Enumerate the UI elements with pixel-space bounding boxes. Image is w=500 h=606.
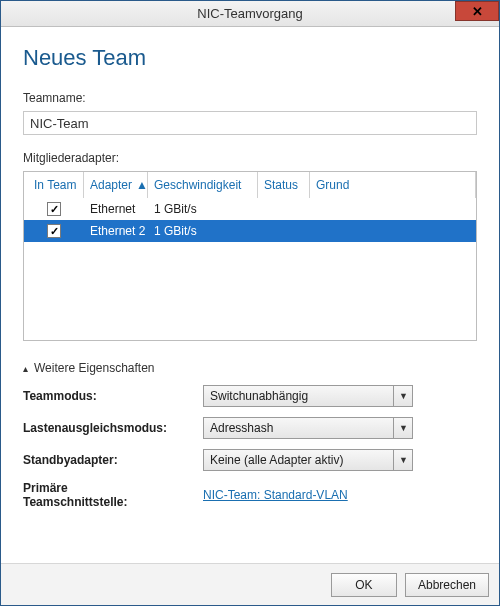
chevron-up-icon: ▴ xyxy=(23,363,28,374)
adapter-name: Ethernet 2 xyxy=(84,224,148,238)
col-adapter[interactable]: Adapter ▲ xyxy=(84,172,148,198)
col-grund[interactable]: Grund xyxy=(310,172,476,198)
primary-interface-label: Primäre Teamschnittstelle: xyxy=(23,481,203,510)
dialog-footer: OK Abbrechen xyxy=(1,563,499,605)
cancel-button[interactable]: Abbrechen xyxy=(405,573,489,597)
memberadapter-label: Mitgliederadapter: xyxy=(23,151,477,165)
col-status[interactable]: Status xyxy=(258,172,310,198)
standby-label: Standbyadapter: xyxy=(23,453,203,467)
adapter-table: In Team Adapter ▲ Geschwindigkeit Status… xyxy=(23,171,477,341)
close-icon: ✕ xyxy=(472,4,483,19)
teammode-select[interactable]: Switchunabhängig ▼ xyxy=(203,385,413,407)
table-row[interactable]: Ethernet 2 1 GBit/s xyxy=(24,220,476,242)
table-row[interactable]: Ethernet 1 GBit/s xyxy=(24,198,476,220)
teamname-label: Teamname: xyxy=(23,91,477,105)
inteam-checkbox[interactable] xyxy=(47,202,61,216)
adapter-table-body: Ethernet 1 GBit/s Ethernet 2 1 GBit/s xyxy=(24,198,476,340)
standby-select[interactable]: Keine (alle Adapter aktiv) ▼ xyxy=(203,449,413,471)
properties-expander-label: Weitere Eigenschaften xyxy=(34,361,155,375)
teammode-label: Teammodus: xyxy=(23,389,203,403)
window-title: NIC-Teamvorgang xyxy=(197,6,303,21)
properties-grid: Teammodus: Switchunabhängig ▼ Lastenausg… xyxy=(23,385,477,510)
loadbalance-select[interactable]: Adresshash ▼ xyxy=(203,417,413,439)
adapter-speed: 1 GBit/s xyxy=(148,224,258,238)
close-button[interactable]: ✕ xyxy=(455,1,499,21)
adapter-table-header: In Team Adapter ▲ Geschwindigkeit Status… xyxy=(24,172,476,198)
adapter-name: Ethernet xyxy=(84,202,148,216)
col-speed[interactable]: Geschwindigkeit xyxy=(148,172,258,198)
inteam-checkbox[interactable] xyxy=(47,224,61,238)
titlebar: NIC-Teamvorgang ✕ xyxy=(1,1,499,27)
adapter-speed: 1 GBit/s xyxy=(148,202,258,216)
loadbalance-label: Lastenausgleichsmodus: xyxy=(23,421,203,435)
teamname-input[interactable] xyxy=(23,111,477,135)
col-inteam[interactable]: In Team xyxy=(24,172,84,198)
ok-button[interactable]: OK xyxy=(331,573,397,597)
properties-expander[interactable]: ▴ Weitere Eigenschaften xyxy=(23,361,477,375)
page-title: Neues Team xyxy=(23,45,477,71)
primary-interface-link[interactable]: NIC-Team: Standard-VLAN xyxy=(203,488,348,502)
sort-asc-icon: ▲ xyxy=(136,178,148,192)
